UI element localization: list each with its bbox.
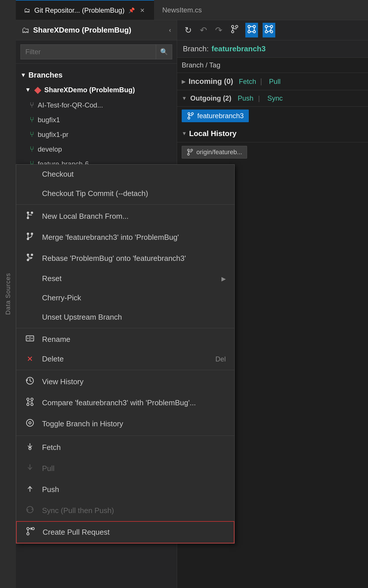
sync-icon	[25, 505, 35, 516]
menu-item-merge[interactable]: Merge 'featurebranch3' into 'ProblemBug'	[16, 227, 234, 248]
pull-button[interactable]: Pull	[269, 78, 280, 86]
incoming-row: ▶ Incoming (0) Fetch | Pull	[177, 73, 368, 90]
rename-label: Rename	[42, 335, 226, 344]
menu-item-cherry-pick[interactable]: Cherry-Pick	[16, 288, 234, 308]
compare-label: Compare 'featurebranch3' with 'ProblemBu…	[42, 398, 226, 407]
local-history-arrow-icon: ▼	[182, 131, 187, 137]
branches-arrow-icon: ▼	[20, 72, 26, 78]
branch-item-1[interactable]: ⑂ bugfix1	[16, 112, 177, 127]
incoming-divider: |	[260, 77, 262, 86]
delete-shortcut: Del	[215, 355, 226, 363]
pull-label: Pull	[42, 464, 226, 473]
svg-point-16	[31, 398, 33, 400]
push-label: Push	[42, 485, 226, 494]
tab-git-repo-icon: 🗂	[24, 7, 30, 14]
svg-point-14	[27, 398, 29, 400]
branch-group[interactable]: ▼ ◆ ShareXDemo (ProblemBug)	[16, 82, 177, 98]
new-branch-icon	[25, 211, 35, 222]
checkout-tip-label: Checkout Tip Commit (--detach)	[42, 189, 226, 198]
local-history-label: Local History	[189, 129, 237, 138]
menu-divider-1	[16, 204, 234, 205]
network-icon[interactable]	[245, 23, 258, 37]
new-branch-label: New Local Branch From...	[42, 212, 226, 221]
svg-point-55	[187, 153, 189, 155]
menu-item-compare[interactable]: Compare 'featurebranch3' with 'ProblemBu…	[16, 392, 234, 413]
all-branches-icon[interactable]	[263, 23, 275, 37]
svg-point-50	[191, 113, 194, 115]
svg-point-37	[248, 31, 250, 33]
svg-point-28	[27, 533, 29, 535]
rebase-icon	[25, 253, 35, 264]
svg-point-32	[236, 25, 238, 28]
svg-point-27	[27, 527, 29, 530]
menu-item-view-history[interactable]: View History	[16, 371, 234, 392]
menu-item-fetch[interactable]: Fetch	[16, 437, 234, 458]
left-panel: 🗂 ShareXDemo (ProblemBug) ‹ 🔍 ▼ Branches…	[16, 20, 177, 588]
outgoing-arrow-icon: ▼	[182, 95, 187, 101]
branch-group-name: ShareXDemo (ProblemBug)	[44, 86, 135, 94]
graph-icon[interactable]: ↷	[213, 23, 224, 37]
sync-label: Sync (Pull then Push)	[42, 506, 226, 515]
tab-newsitem-label: NewsItem.cs	[162, 6, 202, 14]
outgoing-divider: |	[258, 94, 260, 102]
origin-chip[interactable]: origin/featureb...	[182, 146, 247, 159]
tab-newsitem[interactable]: NewsItem.cs	[154, 0, 210, 20]
menu-item-checkout-tip[interactable]: Checkout Tip Commit (--detach)	[16, 184, 234, 203]
undo-icon[interactable]: ↶	[198, 23, 209, 37]
branch-item-3[interactable]: ⑂ develop	[16, 142, 177, 157]
menu-item-new-branch[interactable]: New Local Branch From...	[16, 206, 234, 227]
local-history-header: ▼ Local History	[177, 125, 368, 142]
menu-item-rename[interactable]: Rename	[16, 329, 234, 349]
repo-icon: 🗂	[22, 25, 30, 35]
repo-header[interactable]: 🗂 ShareXDemo (ProblemBug) ‹	[16, 20, 177, 40]
menu-item-reset[interactable]: Reset ▶	[16, 269, 234, 288]
reset-arrow-icon: ▶	[221, 275, 226, 282]
menu-item-rebase[interactable]: Rebase 'ProblemBug' onto 'featurebranch3…	[16, 248, 234, 269]
menu-item-push[interactable]: Push	[16, 479, 234, 500]
checkout-label: Checkout	[42, 170, 226, 179]
svg-point-7	[31, 254, 33, 256]
svg-point-21	[26, 419, 33, 426]
merge-icon	[25, 232, 35, 243]
rebase-label: Rebase 'ProblemBug' onto 'featurebranch3…	[42, 254, 226, 263]
sync-button[interactable]: Sync	[267, 94, 282, 102]
fetch-button[interactable]: Fetch	[239, 78, 256, 86]
branch-label-0: AI-Test-for-QR-Cod...	[38, 101, 103, 109]
branch-icon[interactable]	[229, 23, 241, 37]
filter-input[interactable]	[20, 44, 156, 59]
branch-label-2: bugfix1-pr	[38, 131, 69, 139]
tab-close-icon[interactable]: ✕	[139, 6, 146, 15]
origin-chip-label: origin/featureb...	[196, 148, 242, 156]
branches-header[interactable]: ▼ Branches	[16, 68, 177, 82]
svg-point-3	[27, 233, 29, 235]
diamond-icon: ◆	[34, 85, 41, 95]
toggle-history-label: Toggle Branch in History	[42, 419, 226, 428]
menu-item-create-pr[interactable]: Create Pull Request	[16, 521, 234, 543]
menu-divider-3	[16, 370, 234, 370]
outgoing-label: Outgoing (2)	[190, 94, 232, 102]
push-icon	[25, 484, 35, 495]
refresh-icon[interactable]: ↻	[183, 23, 194, 37]
compare-icon	[25, 397, 35, 408]
menu-item-delete[interactable]: ✕ Delete Del	[16, 349, 234, 369]
svg-point-1	[31, 212, 33, 214]
push-button[interactable]: Push	[238, 94, 253, 102]
branch-item-0[interactable]: ⑂ AI-Test-for-QR-Cod...	[16, 98, 177, 112]
menu-item-checkout[interactable]: Checkout	[16, 165, 234, 184]
svg-point-4	[31, 233, 33, 235]
outgoing-branch-chip[interactable]: featurebranch3	[182, 110, 249, 122]
branch-item-2[interactable]: ⑂ bugfix1-pr	[16, 127, 177, 142]
main-container: 🗂 Git Repositor... (ProblemBug) 📌 ✕ News…	[16, 0, 368, 588]
menu-item-pull: Pull	[16, 458, 234, 479]
menu-item-toggle-history[interactable]: Toggle Branch in History	[16, 413, 234, 434]
toggle-history-icon	[25, 419, 35, 429]
svg-point-0	[27, 212, 29, 214]
branch-icon-3: ⑂	[30, 145, 34, 154]
svg-point-38	[253, 31, 255, 33]
svg-point-35	[248, 25, 250, 28]
branches-label: Branches	[29, 71, 63, 80]
tab-git-repo[interactable]: 🗂 Git Repositor... (ProblemBug) 📌 ✕	[16, 0, 154, 20]
menu-item-unset-upstream[interactable]: Unset Upstream Branch	[16, 308, 234, 327]
tab-pin-icon: 📌	[128, 7, 135, 14]
repo-name: ShareXDemo (ProblemBug)	[33, 26, 166, 35]
